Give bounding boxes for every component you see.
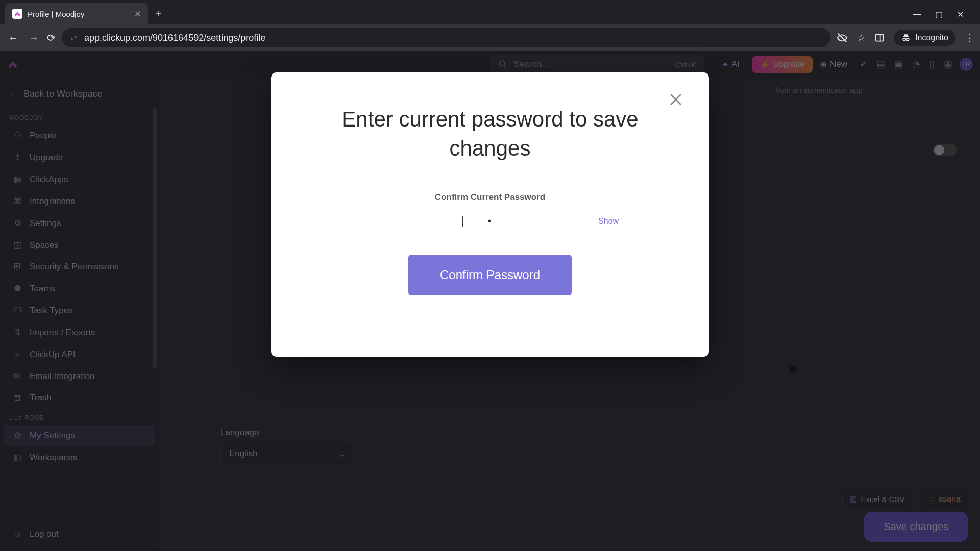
- modal-title: Enter current password to save changes: [332, 105, 648, 163]
- panel-icon[interactable]: [874, 33, 885, 43]
- tab-close-icon[interactable]: ✕: [134, 9, 141, 19]
- browser-tab-bar: Profile | Moodjoy ✕ + ― ▢ ✕: [0, 0, 980, 24]
- site-info-icon[interactable]: ⇄: [71, 34, 77, 42]
- svg-point-3: [906, 38, 909, 41]
- nav-forward-icon[interactable]: →: [27, 32, 41, 44]
- window-controls: ― ▢ ✕: [913, 10, 975, 24]
- window-close-icon[interactable]: ✕: [957, 10, 964, 19]
- password-field-row: Show: [357, 210, 623, 233]
- incognito-label: Incognito: [915, 33, 948, 42]
- window-minimize-icon[interactable]: ―: [913, 10, 921, 19]
- browser-menu-icon[interactable]: ⋮: [965, 32, 974, 43]
- url-text: app.clickup.com/9016164592/settings/prof…: [84, 33, 265, 43]
- modal-close-button[interactable]: [667, 91, 684, 108]
- nav-back-icon[interactable]: ←: [6, 32, 20, 44]
- text-cursor-icon: [462, 216, 463, 227]
- url-field[interactable]: ⇄ app.clickup.com/9016164592/settings/pr…: [62, 28, 830, 47]
- show-password-link[interactable]: Show: [598, 217, 619, 226]
- bookmark-star-icon[interactable]: ☆: [857, 32, 865, 43]
- password-field-label: Confirm Current Password: [332, 192, 648, 203]
- window-maximize-icon[interactable]: ▢: [935, 10, 943, 19]
- eye-off-icon[interactable]: [837, 32, 848, 43]
- browser-tab[interactable]: Profile | Moodjoy ✕: [5, 3, 148, 24]
- svg-rect-0: [876, 34, 884, 41]
- svg-point-2: [903, 38, 905, 41]
- new-tab-button[interactable]: +: [148, 3, 169, 24]
- clickup-favicon: [12, 9, 22, 19]
- password-input[interactable]: [397, 215, 583, 227]
- incognito-chip[interactable]: Incognito: [894, 30, 955, 46]
- tab-title: Profile | Moodjoy: [28, 10, 129, 18]
- confirm-password-button[interactable]: Confirm Password: [408, 255, 572, 295]
- nav-reload-icon[interactable]: ⟳: [47, 32, 56, 44]
- confirm-label: Confirm Password: [440, 268, 540, 282]
- confirm-password-modal: Enter current password to save changes C…: [271, 72, 709, 357]
- address-bar: ← → ⟳ ⇄ app.clickup.com/9016164592/setti…: [0, 24, 980, 51]
